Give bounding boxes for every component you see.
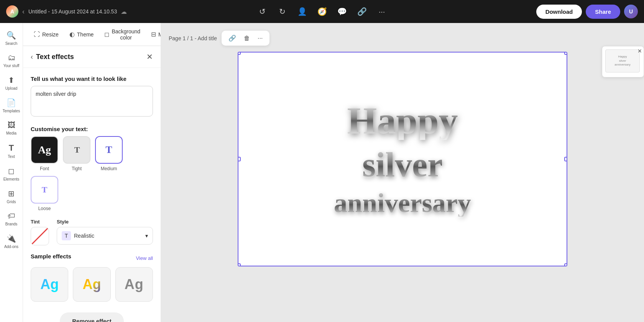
- avatar[interactable]: U: [624, 5, 638, 18]
- style-option-tight[interactable]: T Tight: [63, 136, 90, 171]
- sample-effects-section: Sample effects View all Ag Ag Ag: [31, 253, 153, 302]
- style-dropdown-icon: T: [62, 231, 71, 240]
- style-option-loose[interactable]: T Loose: [31, 176, 58, 211]
- panel-body: Tell us what you want it to look like mo…: [23, 68, 161, 322]
- sample-effects-list: Ag Ag Ag: [31, 267, 153, 302]
- svg-line-0: [31, 227, 49, 245]
- sidebar-item-label: Upload: [5, 86, 18, 90]
- brands-icon: 🏷: [8, 212, 15, 220]
- share-button[interactable]: Share: [586, 5, 620, 19]
- sidebar-item-templates[interactable]: 📄 Templates: [1, 95, 22, 116]
- handle-bottom-left[interactable]: [238, 263, 241, 266]
- search-icon: 🔍: [7, 31, 16, 40]
- media-icon: 🖼: [8, 121, 15, 130]
- prompt-label: Tell us what you want it to look like: [31, 76, 153, 82]
- style-options: Ag Font T Tight T: [31, 136, 153, 211]
- view-all-link[interactable]: View all: [136, 255, 153, 261]
- sidebar-item-upload[interactable]: ⬆ Upload: [1, 72, 22, 94]
- more-options-button[interactable]: ···: [375, 5, 389, 18]
- style-option-medium[interactable]: T Medium: [95, 136, 123, 171]
- right-preview-panel: ✕ Happysilveranniversary: [602, 46, 644, 77]
- sidebar-item-search[interactable]: 🔍 Search: [1, 28, 22, 49]
- preview-thumbnail: Happysilveranniversary: [605, 49, 640, 72]
- sample-effect-1[interactable]: Ag: [31, 267, 68, 302]
- sample-effect-3[interactable]: Ag: [115, 267, 153, 302]
- preview-thumbnail-text: Happysilveranniversary: [614, 55, 630, 67]
- page-info: Page 1 / 1 - Add title 🔗 🗑 ···: [169, 31, 269, 46]
- more-page-options-button[interactable]: ···: [255, 33, 265, 43]
- share-link-icon[interactable]: 🔗: [355, 5, 369, 18]
- preview-close-button[interactable]: ✕: [637, 48, 642, 54]
- canvas-text: Happy silver anniversary: [319, 86, 486, 232]
- loose-style-box: T: [31, 176, 58, 204]
- addons-icon: 🔌: [7, 234, 16, 243]
- download-button[interactable]: Download: [536, 5, 582, 19]
- resize-button[interactable]: ⛶ Resize: [29, 28, 63, 41]
- user-icon[interactable]: 👤: [295, 5, 309, 18]
- prompt-input[interactable]: molten silver drip: [31, 86, 153, 117]
- remove-effect-button[interactable]: Remove effect: [60, 312, 124, 322]
- sidebar-item-brands[interactable]: 🏷 Brands: [1, 209, 22, 229]
- medium-style-box: T: [95, 136, 123, 164]
- sidebar-item-text[interactable]: T Text: [1, 140, 22, 162]
- sidebar-item-label: Search: [5, 41, 18, 46]
- style-dropdown[interactable]: T Realistic ▾: [57, 227, 153, 245]
- sidebar-item-label: Templates: [3, 109, 20, 113]
- templates-icon: 📄: [7, 98, 16, 107]
- canvas-wrapper: Happy silver anniversary ↻: [238, 52, 567, 266]
- app-logo: A: [6, 5, 18, 18]
- sidebar-item-label: Media: [6, 131, 16, 135]
- sidebar-item-label: Add-ons: [4, 245, 18, 249]
- effect-blue-text: Ag: [40, 276, 59, 292]
- sidebar-item-label: Brands: [5, 222, 18, 226]
- handle-mid-right[interactable]: [564, 157, 567, 161]
- handle-top-right[interactable]: [564, 52, 567, 55]
- effect-gold-text: Ag: [82, 276, 101, 292]
- style-value: Realistic: [74, 233, 94, 239]
- customise-label: Customise your text:: [31, 126, 153, 132]
- compass-icon[interactable]: 🧭: [315, 5, 329, 18]
- sidebar-icons: 🔍 Search 🗂 Your stuff ⬆ Upload 📄 Templat…: [0, 23, 23, 322]
- sample-effect-2[interactable]: Ag: [73, 267, 110, 302]
- back-button[interactable]: ‹: [22, 8, 25, 16]
- handle-bottom-right[interactable]: [564, 263, 567, 266]
- prompt-section: Tell us what you want it to look like mo…: [31, 76, 153, 118]
- bg-color-icon: ◻: [104, 31, 109, 38]
- delete-page-button[interactable]: 🗑: [242, 33, 252, 43]
- sidebar-item-addons[interactable]: 🔌 Add-ons: [1, 231, 22, 252]
- page-label: Page 1 / 1 - Add title: [169, 35, 217, 41]
- your-stuff-icon: 🗂: [8, 53, 15, 62]
- panel-back-button[interactable]: ‹: [31, 53, 33, 61]
- sidebar-item-grids[interactable]: ⊞ Grids: [1, 186, 22, 207]
- sample-effects-label: Sample effects: [31, 253, 71, 260]
- sidebar-item-label: Text: [8, 154, 15, 159]
- tight-style-box: T: [63, 136, 90, 164]
- style-option-font[interactable]: Ag Font: [31, 136, 58, 171]
- panel-header: ‹ Text effects ✕: [23, 46, 161, 68]
- panel-close-button[interactable]: ✕: [146, 52, 153, 61]
- redo-button[interactable]: ↻: [275, 5, 289, 18]
- topbar: A ‹ Untitled - 15 August 2024 at 14.10.5…: [0, 0, 644, 23]
- sidebar-item-your-stuff[interactable]: 🗂 Your stuff: [1, 50, 22, 71]
- handle-mid-left[interactable]: [238, 157, 241, 161]
- handle-top-left[interactable]: [238, 52, 241, 55]
- toolbar: ⛶ Resize ◐ Theme ◻ Background color ⊟ Ma…: [23, 23, 161, 46]
- background-color-button[interactable]: ◻ Background color: [100, 25, 145, 44]
- tint-section: Tint: [31, 219, 49, 245]
- tint-swatch[interactable]: [31, 227, 49, 245]
- comment-icon[interactable]: 💬: [335, 5, 349, 18]
- link-button[interactable]: 🔗: [226, 33, 238, 43]
- margins-button[interactable]: ⊟ Margins: [146, 28, 161, 41]
- undo-button[interactable]: ↺: [255, 5, 269, 18]
- sidebar-item-media[interactable]: 🖼 Media: [1, 118, 22, 138]
- customise-section: Customise your text: Ag Font T T: [31, 126, 153, 211]
- tight-label: Tight: [72, 166, 82, 171]
- sidebar-item-elements[interactable]: ◻ Elements: [1, 163, 22, 184]
- no-color-icon: [31, 227, 49, 245]
- cloud-sync-icon: ☁: [121, 8, 127, 15]
- medium-label: Medium: [101, 166, 117, 171]
- sample-header: Sample effects View all: [31, 253, 153, 263]
- canvas-area: Page 1 / 1 - Add title 🔗 🗑 ··· Happy sil…: [161, 23, 644, 322]
- main-layout: 🔍 Search 🗂 Your stuff ⬆ Upload 📄 Templat…: [0, 23, 644, 322]
- theme-button[interactable]: ◐ Theme: [65, 28, 99, 41]
